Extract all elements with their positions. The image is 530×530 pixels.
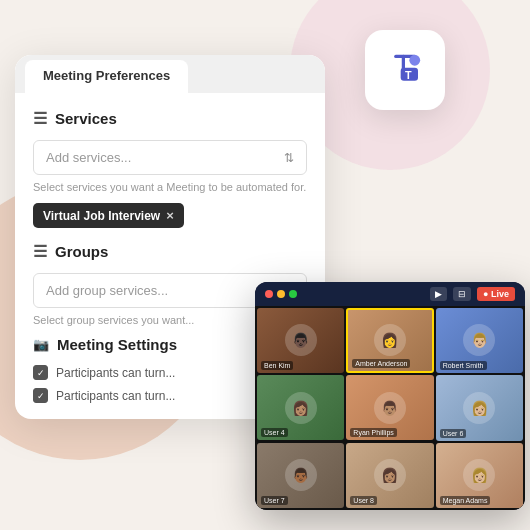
participant-label-7: User 7 — [261, 496, 288, 505]
participant-label-8: User 8 — [350, 496, 377, 505]
close-window-dot[interactable] — [265, 290, 273, 298]
svg-point-3 — [409, 55, 420, 66]
avatar-6: 👩🏼 — [463, 392, 495, 424]
participant-cell-4: 👩🏽 User 4 — [257, 375, 344, 440]
groups-list-icon: ☰ — [33, 242, 47, 261]
participant-cell-9: 👩🏼 Megan Adams — [436, 443, 523, 509]
tag-close-icon[interactable]: × — [166, 208, 174, 223]
svg-text:T: T — [405, 69, 412, 81]
participant-cell-7: 👨🏾 User 7 — [257, 443, 344, 508]
card-tab-bar: Meeting Preferences — [15, 55, 325, 93]
participant-cell-3: 👨🏼 Robert Smith — [436, 308, 523, 374]
participant-cell-6: 👩🏼 User 6 — [436, 375, 523, 441]
video-ctrl-btn-1[interactable]: ▶ — [430, 287, 447, 301]
participant-label-1: Ben Kim — [261, 361, 293, 370]
tag-label: Virtual Job Interview — [43, 209, 160, 223]
participant-label-4: User 4 — [261, 428, 288, 437]
maximize-window-dot[interactable] — [289, 290, 297, 298]
video-controls: ▶ ⊟ ● Live — [430, 287, 515, 301]
avatar-5: 👨🏽 — [374, 392, 406, 424]
participant-label-9: Megan Adams — [440, 496, 491, 505]
video-header: ▶ ⊟ ● Live — [255, 282, 525, 306]
participant-cell-2: 👩 Amber Anderson — [346, 308, 433, 373]
teams-icon: T — [379, 44, 431, 96]
settings-title-text: Meeting Settings — [57, 336, 177, 353]
minimize-window-dot[interactable] — [277, 290, 285, 298]
avatar-7: 👨🏾 — [285, 459, 317, 491]
check-label-2: Participants can turn... — [56, 389, 175, 403]
groups-placeholder: Add group services... — [46, 283, 168, 298]
avatar-1: 👨🏿 — [285, 324, 317, 356]
participant-label-6: User 6 — [440, 429, 467, 438]
checkbox-1[interactable] — [33, 365, 48, 380]
video-grid: 👨🏿 Ben Kim 👩 Amber Anderson 👨🏼 Robert Sm… — [255, 306, 525, 511]
camera-icon: 📷 — [33, 337, 49, 352]
tab-label: Meeting Preferences — [43, 68, 170, 83]
participant-cell-1: 👨🏿 Ben Kim — [257, 308, 344, 373]
video-card: ▶ ⊟ ● Live 👨🏿 Ben Kim 👩 Amber Anderson 👨… — [255, 282, 525, 511]
groups-section-title: ☰ Groups — [33, 242, 307, 261]
services-placeholder: Add services... — [46, 150, 131, 165]
avatar-3: 👨🏼 — [463, 324, 495, 356]
checkbox-2[interactable] — [33, 388, 48, 403]
participant-cell-5: 👨🏽 Ryan Phillips — [346, 375, 433, 440]
teams-card: T — [365, 30, 445, 110]
services-title-text: Services — [55, 110, 117, 127]
video-ctrl-btn-2[interactable]: ⊟ — [453, 287, 471, 301]
meeting-preferences-tab[interactable]: Meeting Preferences — [25, 60, 188, 93]
participant-label-5: Ryan Phillips — [350, 428, 396, 437]
services-list-icon: ☰ — [33, 109, 47, 128]
services-section-title: ☰ Services — [33, 109, 307, 128]
participant-label-3: Robert Smith — [440, 361, 487, 370]
avatar-4: 👩🏽 — [285, 392, 317, 424]
avatar-9: 👩🏼 — [463, 459, 495, 491]
groups-title-text: Groups — [55, 243, 108, 260]
services-select[interactable]: Add services... ⇅ — [33, 140, 307, 175]
participant-label-2: Amber Anderson — [352, 359, 410, 368]
window-controls — [265, 290, 297, 298]
virtual-job-interview-tag[interactable]: Virtual Job Interview × — [33, 203, 184, 228]
check-label-1: Participants can turn... — [56, 366, 175, 380]
services-arrow-icon: ⇅ — [284, 151, 294, 165]
participant-cell-8: 👩🏽 User 8 — [346, 443, 433, 508]
live-badge: ● Live — [477, 287, 515, 301]
avatar-2: 👩 — [374, 324, 406, 356]
avatar-8: 👩🏽 — [374, 459, 406, 491]
services-helper-text: Select services you want a Meeting to be… — [33, 181, 307, 193]
